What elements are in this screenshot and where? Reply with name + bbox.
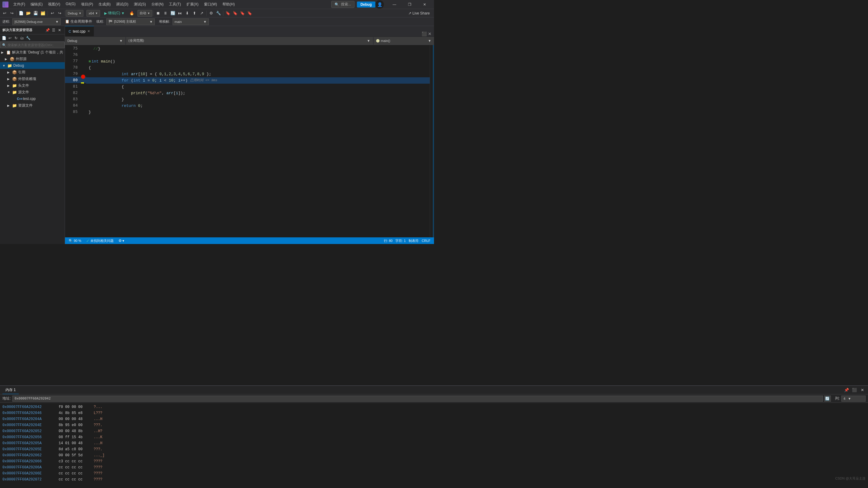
toolbar-sep5	[207, 10, 207, 16]
menu-view[interactable]: 视图(V)	[45, 1, 63, 7]
minimize-button[interactable]: —	[388, 0, 401, 9]
tree-references[interactable]: ▶ 📦 引用	[0, 69, 65, 75]
sidebar-tool-3[interactable]: ↻	[13, 35, 19, 41]
toolbar-save-all[interactable]: 🗂️	[39, 10, 46, 17]
menu-window[interactable]: 窗口(W)	[202, 1, 219, 7]
menu-help[interactable]: 帮助(H)	[220, 1, 237, 7]
sidebar-tool-2[interactable]: ↩	[7, 35, 13, 41]
config-dropdown[interactable]: Debug ▼	[65, 37, 125, 45]
close-button[interactable]: ✕	[418, 0, 432, 9]
sidebar-tool-1[interactable]: 📄	[1, 35, 7, 41]
line-col-status[interactable]: 行: 80 字符: 1	[383, 238, 407, 243]
sidebar-search[interactable]: 🔍 搜索解决方案资源管理器(Ctrl+;	[0, 42, 65, 48]
tab-bar: C test.cpp ✕ ⬛ ✕	[65, 26, 434, 36]
thread-dropdown[interactable]: 🏁 [52968] 主线程 ▼	[106, 19, 155, 25]
menu-file[interactable]: 文件(F)	[11, 1, 28, 7]
stack-label: 堆栈帧:	[159, 19, 170, 24]
debug-btn-1[interactable]: ⏹	[155, 10, 162, 17]
toolbar-sep2	[48, 10, 48, 16]
code-line-75: //}	[86, 45, 430, 52]
code-line-77: ■int main()	[86, 58, 430, 65]
editor-expand-btn[interactable]: ⬛	[422, 31, 427, 36]
debug-btn-6[interactable]: ⬆	[191, 10, 198, 17]
toolbar-forward[interactable]: ↪	[8, 10, 15, 17]
toolbar-back[interactable]: ↩	[1, 10, 8, 17]
bookmark-btn-2[interactable]: 🔖	[232, 10, 239, 17]
scope-dropdown[interactable]: (全局范围) ▼	[126, 37, 373, 45]
sidebar-tool-5[interactable]: 🔧	[25, 35, 31, 41]
toolbar-sep1	[16, 10, 17, 16]
fire-icon[interactable]: 🔥	[128, 10, 135, 17]
debug-btn-2[interactable]: ⏸	[162, 10, 169, 17]
restore-button[interactable]: ❐	[403, 0, 416, 9]
menu-git[interactable]: Git(G)	[63, 1, 78, 7]
tree-sources[interactable]: ▼ 📁 源文件	[0, 89, 65, 95]
menu-extensions[interactable]: 扩展(X)	[184, 1, 201, 7]
menu-debug[interactable]: 调试(D)	[114, 1, 131, 7]
toolbar-open[interactable]: 📂	[25, 10, 32, 17]
menu-analyze[interactable]: 分析(N)	[149, 1, 166, 7]
thread-label: 线程:	[96, 19, 104, 24]
line-ending-status[interactable]: CRLF	[421, 238, 432, 243]
toolbar-new[interactable]: 📄	[18, 10, 25, 17]
solution-explorer: 解决方案资源管理器 📌 ☰ ✕ 📄 ↩ ↻ 🗂 🔧 🔍 搜索解决方案资源管理器(…	[0, 26, 65, 244]
code-line-81: {	[86, 84, 430, 90]
zoom-status[interactable]: 🔍 90 %	[67, 239, 83, 243]
menu-tools[interactable]: 工具(T)	[166, 1, 183, 7]
toolbar-redo[interactable]: ↪	[56, 10, 63, 17]
dropdown-arrow: ▼	[121, 11, 125, 15]
code-line-83: }	[86, 96, 430, 103]
editor-close-all-btn[interactable]: ✕	[428, 31, 432, 36]
stack-dropdown[interactable]: main ▼	[173, 19, 209, 25]
tree-debug-node[interactable]: ▼ 📁 Debug	[0, 62, 65, 69]
build-status-btn[interactable]: ⚙ ▼	[119, 238, 125, 243]
sidebar-toolbar: 📄 ↩ ↻ 🗂 🔧	[0, 34, 65, 42]
tab-file-icon: C	[69, 30, 71, 33]
platform-dropdown[interactable]: x64 ▼	[87, 10, 100, 17]
solution-root[interactable]: ▶ 📋 解决方案 'Debug' (1 个项目，共	[0, 49, 65, 56]
status-bar: 🔍 90 % ✓ 未找到相关问题 ⚙ ▼ 行: 80 字符: 1 制表符	[65, 237, 434, 244]
code-line-84: return 0;	[86, 103, 430, 109]
tab-close-btn[interactable]: ✕	[87, 29, 90, 33]
debug-config-dropdown[interactable]: Debug ▼	[66, 10, 84, 17]
tree-external-sources[interactable]: ▶ 📦 外部源	[0, 56, 65, 62]
code-content[interactable]: //} ■int main() { int arr[10] = { 0,1,2,…	[86, 45, 430, 237]
sidebar-close-btn[interactable]: ✕	[57, 28, 62, 33]
debug-btn-4[interactable]: ⏭	[177, 10, 183, 17]
debug-btn-3[interactable]: 🔄	[169, 10, 176, 17]
toolbar-save[interactable]: 💾	[32, 10, 39, 17]
code-line-78: {	[86, 65, 430, 71]
tree-headers[interactable]: ▶ 📁 头文件	[0, 82, 65, 89]
tab-size-status[interactable]: 制表符	[407, 238, 420, 243]
check-icon: ✓	[86, 238, 89, 243]
menu-build[interactable]: 生成(B)	[96, 1, 113, 7]
tab-test-cpp[interactable]: C test.cpp ✕	[65, 26, 94, 36]
problems-status[interactable]: ✓ 未找到相关问题	[85, 238, 115, 243]
menu-edit[interactable]: 编辑(E)	[28, 1, 45, 7]
debug-btn-8[interactable]: ⚙	[208, 10, 215, 17]
toolbar-sep6	[223, 10, 223, 16]
func-dropdown[interactable]: ⬤ main() ▼	[374, 37, 434, 45]
tree-external-deps[interactable]: ▶ 📦 外部依赖项	[0, 75, 65, 82]
editor-toolbar: Debug ▼ (全局范围) ▼ ⬤ main() ▼	[65, 36, 434, 45]
sidebar-pin-btn[interactable]: 📌	[45, 28, 50, 33]
debug-btn-5[interactable]: ⬇	[184, 10, 191, 17]
sidebar-menu-btn[interactable]: ☰	[51, 28, 56, 33]
continue-button[interactable]: ▶ 继续(C) ▼	[103, 10, 126, 17]
debug-btn-7[interactable]: ↗	[198, 10, 205, 17]
sidebar-title-bar: 解决方案资源管理器 📌 ☰ ✕	[0, 26, 65, 34]
bookmark-btn-4[interactable]: 🔖	[246, 10, 253, 17]
menu-test[interactable]: 测试(S)	[131, 1, 148, 7]
toolbar-undo[interactable]: ↩	[49, 10, 56, 17]
bookmark-btn-1[interactable]: 🔖	[224, 10, 231, 17]
auto-dropdown[interactable]: 自动 ▼	[137, 10, 152, 17]
tree-test-cpp[interactable]: C++ test.cpp	[0, 95, 65, 102]
toolbar-sep4	[154, 10, 154, 16]
process-dropdown[interactable]: [62968] Debug.exe ▼	[12, 19, 61, 25]
bookmark-btn-3[interactable]: 🔖	[239, 10, 246, 17]
live-share-button[interactable]: ↗ Live Share	[405, 10, 433, 16]
tree-resources[interactable]: ▶ 📁 资源文件	[0, 102, 65, 109]
debug-btn-9[interactable]: 🔧	[215, 10, 222, 17]
menu-project[interactable]: 项目(P)	[79, 1, 95, 7]
sidebar-tool-4[interactable]: 🗂	[19, 35, 25, 41]
